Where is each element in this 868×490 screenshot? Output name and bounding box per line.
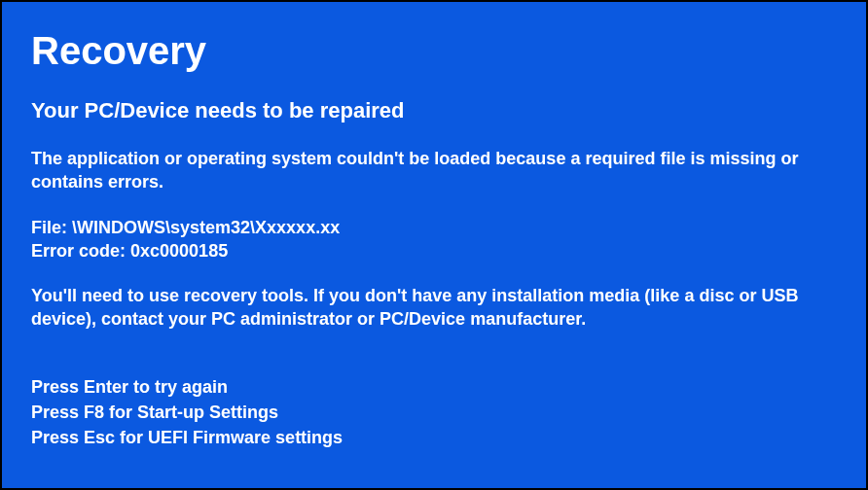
- file-label: File:: [31, 218, 67, 237]
- key-instructions: Press Enter to try again Press F8 for St…: [31, 374, 837, 450]
- file-line: File: \WINDOWS\system32\Xxxxxx.xx: [31, 216, 837, 239]
- error-code-value: 0xc0000185: [130, 241, 228, 261]
- instruction-esc: Press Esc for UEFI Firmware settings: [31, 425, 837, 450]
- error-code-line: Error code: 0xc0000185: [31, 239, 837, 262]
- error-description: The application or operating system coul…: [31, 147, 837, 194]
- file-path: \WINDOWS\system32\Xxxxxx.xx: [72, 218, 340, 237]
- error-code-label: Error code:: [31, 241, 126, 261]
- recovery-subtitle: Your PC/Device needs to be repaired: [31, 98, 837, 123]
- instruction-enter: Press Enter to try again: [31, 374, 837, 400]
- recovery-title: Recovery: [31, 29, 837, 73]
- recovery-hint: You'll need to use recovery tools. If yo…: [31, 284, 837, 332]
- instruction-f8: Press F8 for Start-up Settings: [31, 400, 837, 425]
